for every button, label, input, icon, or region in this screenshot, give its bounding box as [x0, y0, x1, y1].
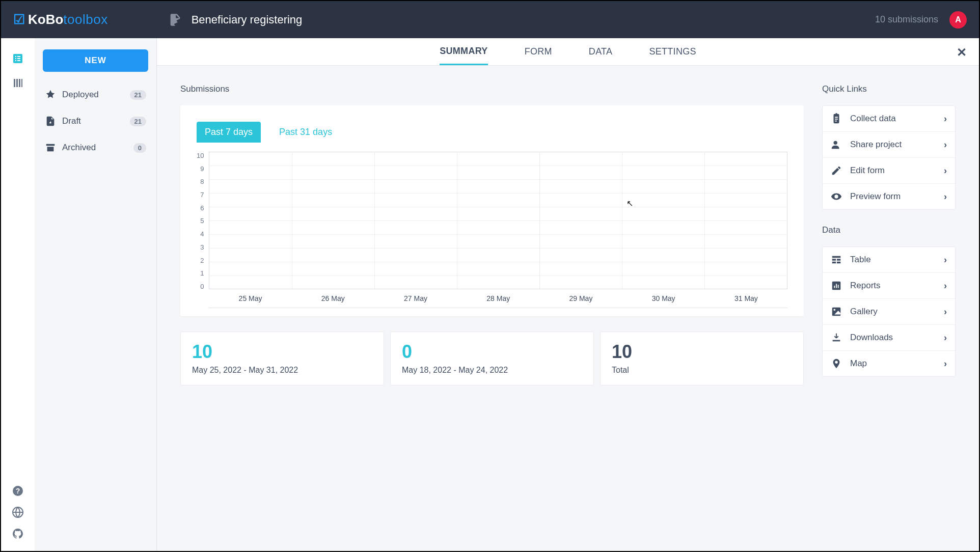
link-label: Share project: [850, 140, 902, 150]
stat-card-total: 10 Total: [600, 332, 804, 385]
link-edit-form[interactable]: Edit form ›: [823, 158, 955, 184]
logo-text-kobo: KoBo: [28, 12, 63, 27]
tab-form[interactable]: FORM: [525, 39, 552, 64]
quick-links-title: Quick Links: [822, 84, 956, 94]
map-pin-icon: [831, 358, 842, 369]
stat-value: 10: [192, 341, 372, 363]
download-icon: [831, 332, 842, 343]
chevron-right-icon: ›: [944, 140, 947, 150]
stat-value: 10: [612, 341, 792, 363]
project-icon: [168, 13, 182, 27]
link-share-project[interactable]: Share project ›: [823, 132, 955, 158]
icon-rail: ?: [1, 38, 35, 551]
link-preview-form[interactable]: Preview form ›: [823, 184, 955, 209]
close-icon[interactable]: ✕: [957, 45, 967, 60]
sidebar-item-label: Deployed: [62, 90, 99, 100]
stat-label: May 18, 2022 - May 24, 2022: [402, 365, 582, 376]
content: SUMMARY FORM DATA SETTINGS ✕ Submissions…: [157, 38, 979, 551]
link-downloads[interactable]: Downloads ›: [823, 325, 955, 351]
avatar[interactable]: A: [949, 11, 967, 29]
quick-links-group: Collect data › Share project › Edit form…: [822, 105, 956, 210]
data-links-group: Table › Reports › Gallery ›: [822, 246, 956, 377]
link-gallery[interactable]: Gallery ›: [823, 299, 955, 325]
chevron-right-icon: ›: [944, 191, 947, 202]
topbar: ☑ KoBotoolbox Beneficiary registering 10…: [1, 1, 979, 38]
bar-chart-icon: [831, 280, 842, 291]
library-icon[interactable]: [12, 77, 24, 89]
user-plus-icon: [831, 139, 842, 150]
link-label: Map: [850, 358, 867, 369]
svg-text:?: ?: [16, 487, 20, 495]
sidebar-item-draft[interactable]: Draft 21: [43, 109, 148, 133]
submissions-title: Submissions: [180, 84, 804, 94]
sidebar-item-archived[interactable]: Archived 0: [43, 136, 148, 159]
svg-rect-8: [832, 308, 841, 316]
archive-icon: [45, 142, 56, 153]
help-icon[interactable]: ?: [12, 485, 24, 497]
tab-settings[interactable]: SETTINGS: [649, 39, 696, 64]
link-table[interactable]: Table ›: [823, 247, 955, 273]
chevron-right-icon: ›: [944, 333, 947, 343]
svg-rect-5: [834, 286, 835, 288]
logo-text-toolbox: toolbox: [63, 12, 107, 27]
chevron-right-icon: ›: [944, 255, 947, 265]
range-tab-31[interactable]: Past 31 days: [271, 122, 340, 143]
range-tab-7[interactable]: Past 7 days: [197, 122, 261, 143]
link-label: Preview form: [850, 191, 901, 202]
github-icon[interactable]: [12, 528, 24, 540]
svg-point-9: [834, 309, 836, 311]
link-label: Edit form: [850, 165, 885, 176]
tab-data[interactable]: DATA: [589, 39, 613, 64]
draft-icon: [45, 116, 56, 127]
sidebar-item-label: Archived: [62, 143, 96, 153]
sidebar-item-label: Draft: [62, 116, 81, 126]
sidebar: NEW Deployed 21 Draft 21 Archived 0: [35, 38, 157, 551]
data-section-title: Data: [822, 225, 956, 235]
tab-summary[interactable]: SUMMARY: [440, 39, 487, 65]
logo[interactable]: ☑ KoBotoolbox: [13, 12, 108, 27]
svg-point-3: [834, 141, 837, 145]
chevron-right-icon: ›: [944, 358, 947, 369]
eye-icon: [831, 191, 842, 202]
sidebar-badge: 0: [133, 143, 146, 153]
svg-rect-7: [838, 285, 839, 288]
forms-icon[interactable]: [12, 52, 24, 65]
table-icon: [831, 254, 842, 265]
clipboard-icon: [831, 113, 842, 124]
link-label: Collect data: [850, 114, 896, 124]
stat-label: May 25, 2022 - May 31, 2022: [192, 365, 372, 376]
stat-card-current: 10 May 25, 2022 - May 31, 2022: [180, 332, 384, 385]
link-reports[interactable]: Reports ›: [823, 273, 955, 299]
link-label: Reports: [850, 281, 881, 291]
image-icon: [831, 306, 842, 317]
project-title: Beneficiary registering: [192, 13, 303, 26]
link-label: Downloads: [850, 333, 893, 343]
sidebar-badge: 21: [130, 90, 146, 100]
svg-rect-6: [836, 284, 837, 288]
link-label: Table: [850, 255, 871, 265]
link-collect-data[interactable]: Collect data ›: [823, 106, 955, 132]
pencil-icon: [831, 165, 842, 176]
chevron-right-icon: ›: [944, 281, 947, 291]
sidebar-item-deployed[interactable]: Deployed 21: [43, 83, 148, 106]
submissions-count: 10 submissions: [875, 14, 938, 25]
chevron-right-icon: ›: [944, 114, 947, 124]
link-label: Gallery: [850, 307, 878, 317]
chevron-right-icon: ›: [944, 165, 947, 176]
chevron-right-icon: ›: [944, 307, 947, 317]
globe-icon[interactable]: [12, 506, 24, 518]
link-map[interactable]: Map ›: [823, 351, 955, 376]
sidebar-badge: 21: [130, 117, 146, 126]
new-button[interactable]: NEW: [43, 49, 148, 72]
rocket-icon: [45, 89, 56, 100]
stat-label: Total: [612, 365, 792, 376]
tabs-bar: SUMMARY FORM DATA SETTINGS ✕: [157, 38, 979, 66]
submissions-chart: 109876543210 25 May26 May27 May28 May29 …: [197, 152, 787, 308]
stat-card-previous: 0 May 18, 2022 - May 24, 2022: [390, 332, 594, 385]
chart-card: Past 7 days Past 31 days 109876543210 25…: [180, 105, 804, 316]
logo-mark-icon: ☑: [13, 12, 25, 27]
stat-value: 0: [402, 341, 582, 363]
